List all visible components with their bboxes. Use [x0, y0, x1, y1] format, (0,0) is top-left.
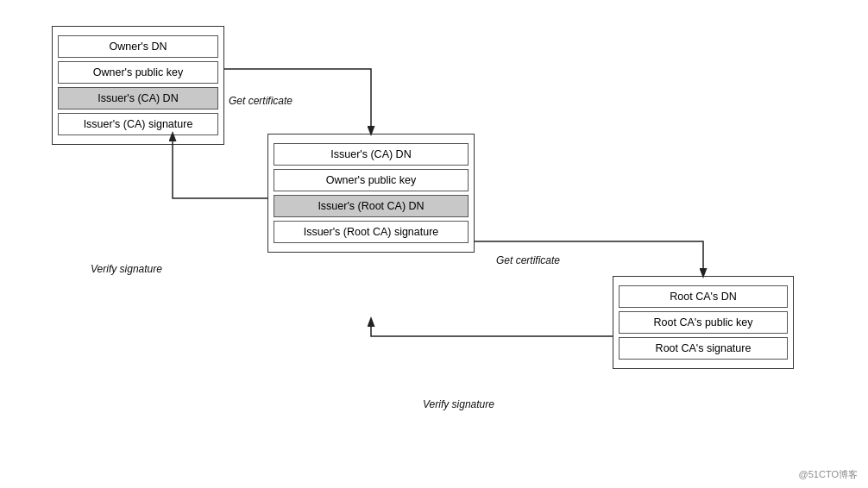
verify-sig-label-1: Verify signature — [91, 263, 162, 275]
root-ca-signature-field: Root CA's signature — [619, 337, 788, 360]
owner-public-key-field: Owner's public key — [58, 61, 218, 84]
ca-certificate-box: Issuer's (CA) DN Owner's public key Issu… — [267, 134, 475, 253]
watermark: @51CTO博客 — [799, 468, 858, 481]
owner-issuer-ca-sig-field: Issuer's (CA) signature — [58, 113, 218, 135]
owner-certificate-box: Owner's DN Owner's public key Issuer's (… — [52, 26, 224, 145]
root-ca-public-key-field: Root CA's public key — [619, 311, 788, 334]
root-ca-certificate-box: Root CA's DN Root CA's public key Root C… — [613, 276, 794, 369]
verify-sig-arrow-2 — [371, 319, 613, 336]
diagram-container: Owner's DN Owner's public key Issuer's (… — [0, 0, 868, 488]
owner-dn-field: Owner's DN — [58, 35, 218, 58]
owner-issuer-ca-dn-field: Issuer's (CA) DN — [58, 87, 218, 109]
ca-dn-field: Issuer's (CA) DN — [274, 143, 469, 166]
verify-sig-label-2: Verify signature — [423, 398, 494, 410]
get-cert-label-2: Get certificate — [496, 254, 560, 266]
ca-root-sig-field: Issuer's (Root CA) signature — [274, 221, 469, 243]
root-ca-dn-field: Root CA's DN — [619, 285, 788, 308]
ca-owner-public-key-field: Owner's public key — [274, 169, 469, 191]
get-cert-label-1: Get certificate — [229, 95, 292, 107]
ca-root-dn-field: Issuer's (Root CA) DN — [274, 195, 469, 217]
